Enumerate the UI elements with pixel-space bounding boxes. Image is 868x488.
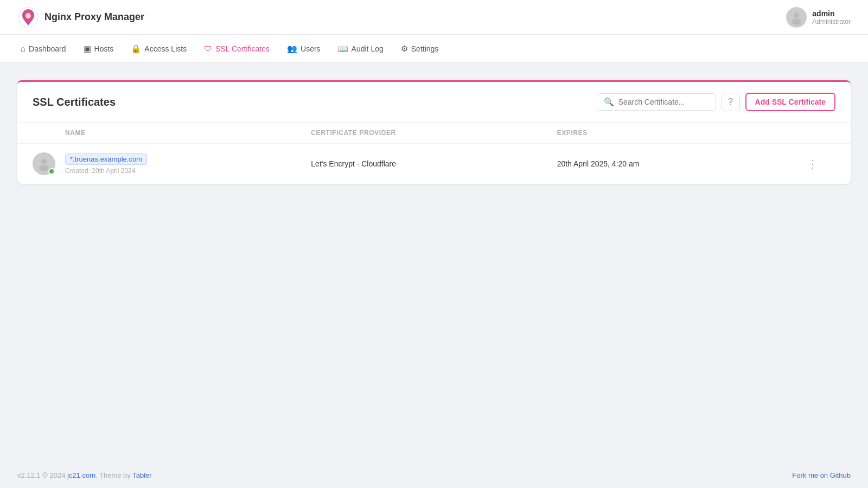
- book-icon: 📖: [338, 44, 348, 54]
- home-icon: ⌂: [21, 44, 25, 53]
- user-role: Administrator: [812, 18, 851, 25]
- nav-item-audit-log[interactable]: 📖 Audit Log: [330, 40, 391, 58]
- col-actions: [803, 129, 835, 137]
- cert-more-button[interactable]: ⋮: [803, 155, 822, 172]
- cert-expires: 20th April 2025, 4:20 am: [557, 159, 803, 168]
- footer-left: v2.12.1 © 2024 jc21.com. Theme by Tabler: [17, 471, 152, 479]
- ssl-certificates-card: SSL Certificates 🔍 ? Add SSL Certificate…: [17, 80, 851, 184]
- search-input[interactable]: [618, 98, 709, 106]
- cert-status-indicator: [48, 168, 55, 175]
- svg-point-4: [41, 159, 47, 164]
- footer-company-link[interactable]: jc21.com: [67, 471, 95, 479]
- cert-actions-cell: ⋮: [803, 155, 835, 172]
- fork-github-link[interactable]: Fork me on Github: [792, 471, 851, 479]
- col-expires: EXPIRES: [557, 129, 803, 137]
- footer: v2.12.1 © 2024 jc21.com. Theme by Tabler…: [0, 462, 868, 488]
- nav-item-access-lists[interactable]: 🔒 Access Lists: [123, 40, 194, 58]
- brand: Nginx Proxy Manager: [17, 7, 144, 28]
- gear-icon: ⚙: [401, 44, 408, 54]
- user-menu[interactable]: admin Administrator: [786, 7, 851, 28]
- nav-item-settings[interactable]: ⚙ Settings: [393, 40, 446, 58]
- add-ssl-certificate-button[interactable]: Add SSL Certificate: [745, 93, 835, 111]
- help-button[interactable]: ?: [722, 93, 740, 111]
- monitor-icon: ▣: [84, 44, 91, 54]
- footer-theme-link[interactable]: Tabler: [132, 471, 151, 479]
- nav-item-dashboard[interactable]: ⌂ Dashboard: [13, 40, 74, 57]
- svg-point-2: [794, 12, 799, 18]
- svg-point-5: [39, 165, 49, 171]
- cert-name-badge: *.truenas.example.com: [65, 153, 147, 165]
- user-info: admin Administrator: [812, 9, 851, 25]
- avatar: [786, 7, 807, 28]
- nav-item-ssl-certificates[interactable]: 🛡 SSL Certificates: [196, 40, 277, 57]
- table-header: NAME CERTIFICATE PROVIDER EXPIRES: [17, 123, 851, 144]
- col-avatar: [33, 129, 65, 137]
- table-row: *.truenas.example.com Created: 20th Apri…: [17, 144, 851, 184]
- page-title: SSL Certificates: [33, 96, 116, 108]
- app-title: Nginx Proxy Manager: [44, 11, 144, 23]
- user-name: admin: [812, 9, 834, 18]
- nav-item-users[interactable]: 👥 Users: [279, 40, 328, 58]
- users-icon: 👥: [287, 44, 297, 54]
- nav-item-hosts[interactable]: ▣ Hosts: [76, 40, 122, 58]
- search-box[interactable]: 🔍: [597, 93, 716, 111]
- footer-right[interactable]: Fork me on Github: [792, 471, 851, 479]
- search-icon: 🔍: [604, 97, 614, 107]
- cert-created-date: Created: 20th April 2024: [65, 167, 311, 175]
- card-header: SSL Certificates 🔍 ? Add SSL Certificate: [17, 82, 851, 123]
- main-content: SSL Certificates 🔍 ? Add SSL Certificate…: [0, 63, 868, 201]
- cert-avatar: [33, 152, 55, 175]
- col-name: NAME: [65, 129, 311, 137]
- cert-avatar-cell: [33, 152, 65, 175]
- svg-point-3: [792, 18, 801, 25]
- cert-name-cell: *.truenas.example.com Created: 20th Apri…: [65, 153, 311, 175]
- main-nav: ⌂ Dashboard ▣ Hosts 🔒 Access Lists 🛡 SSL…: [0, 35, 868, 63]
- cert-provider: Let's Encrypt - Cloudflare: [311, 159, 557, 168]
- app-logo: [17, 7, 39, 28]
- header: Nginx Proxy Manager admin Administrator: [0, 0, 868, 35]
- col-provider: CERTIFICATE PROVIDER: [311, 129, 557, 137]
- svg-point-1: [25, 13, 31, 18]
- lock-icon: 🔒: [131, 44, 141, 54]
- shield-icon: 🛡: [204, 44, 212, 53]
- card-actions: 🔍 ? Add SSL Certificate: [597, 93, 835, 111]
